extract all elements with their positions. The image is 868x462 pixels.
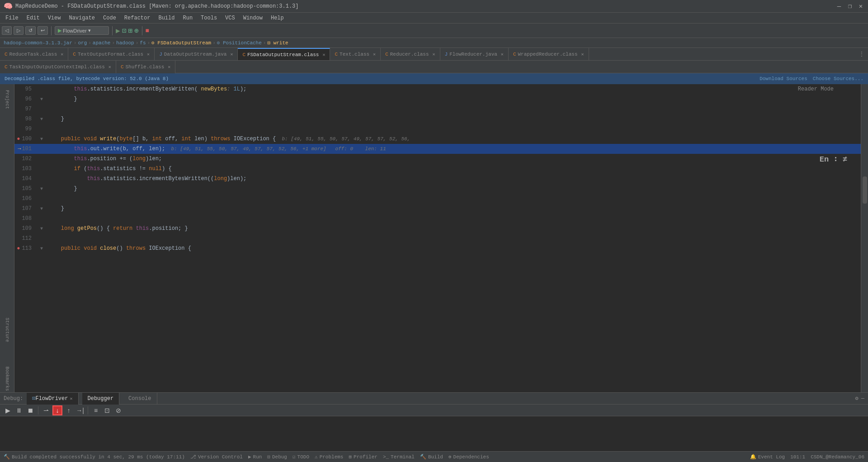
- run-config-dropdown[interactable]: ▶ FlowDriver ▾: [55, 26, 109, 35]
- breadcrumb-org[interactable]: org: [78, 40, 87, 46]
- pause-button[interactable]: ⏸: [14, 405, 24, 415]
- status-dependencies[interactable]: ⊕ Dependencies: [448, 454, 489, 460]
- breadcrumb-class[interactable]: ⊙ FSDataOutputStream: [151, 40, 211, 46]
- line-gutter[interactable]: ▼: [37, 134, 46, 144]
- line-gutter[interactable]: [37, 84, 46, 94]
- status-problems[interactable]: ⚠ Problems: [315, 454, 343, 460]
- coverage-button[interactable]: ⊞: [128, 26, 132, 35]
- menu-vcs[interactable]: VCS: [222, 14, 239, 22]
- line-gutter[interactable]: [37, 144, 46, 154]
- status-terminal[interactable]: >_ Terminal: [383, 454, 415, 460]
- run-button[interactable]: ▶: [116, 26, 120, 35]
- tab-close-text[interactable]: ✕: [373, 52, 376, 57]
- breadcrumb-write[interactable]: ⊡ write: [267, 40, 288, 46]
- menu-help[interactable]: Help: [267, 14, 288, 22]
- menu-refactor[interactable]: Refactor: [121, 14, 154, 22]
- menu-view[interactable]: View: [44, 14, 65, 22]
- line-gutter[interactable]: [37, 194, 46, 204]
- tab-close-taskinputoutput[interactable]: ✕: [108, 64, 111, 70]
- tab-close-shuffle[interactable]: ✕: [168, 64, 170, 70]
- tab-fsdataoutputstream[interactable]: C FSDataOutputStream.class ✕: [238, 48, 330, 61]
- line-gutter[interactable]: ▼: [37, 243, 46, 253]
- step-over-button[interactable]: ⇀: [41, 405, 51, 415]
- profile-button[interactable]: ⊕: [134, 26, 139, 35]
- sidebar-project-icon[interactable]: Project: [1, 86, 14, 113]
- status-build[interactable]: 🔨 Build: [420, 454, 443, 460]
- line-gutter[interactable]: [37, 214, 46, 224]
- tab-close-wrappedreducer[interactable]: ✕: [581, 52, 584, 57]
- menu-run[interactable]: Run: [179, 14, 196, 22]
- minimize-button[interactable]: —: [835, 3, 843, 10]
- tab-close-flowreducer[interactable]: ✕: [501, 52, 504, 57]
- step-out-button[interactable]: ↑: [64, 405, 74, 415]
- sidebar-bookmarks-icon[interactable]: Bookmarks: [1, 365, 14, 392]
- tab-close-dataoutputstream[interactable]: ✕: [230, 52, 233, 57]
- session-tab-flowdriver[interactable]: ⊡ FlowDriver ✕: [27, 393, 78, 405]
- menu-edit[interactable]: Edit: [23, 14, 43, 22]
- scrollbar-thumb[interactable]: [863, 176, 867, 204]
- tab-taskinputoutput[interactable]: C TaskInputOutputContextImpl.class ✕: [0, 61, 116, 73]
- menu-window[interactable]: Window: [240, 14, 266, 22]
- line-gutter[interactable]: ▼: [37, 94, 46, 104]
- status-version-control[interactable]: ⎇ Version Control: [190, 454, 243, 460]
- tab-wrappedreducer[interactable]: C WrappedReducer.class ✕: [509, 48, 589, 61]
- tab-close-reducetask[interactable]: ✕: [61, 52, 63, 57]
- line-gutter[interactable]: ▼: [37, 114, 46, 124]
- tab-reducetask[interactable]: C ReduceTask.class ✕: [0, 48, 68, 61]
- menu-tools[interactable]: Tools: [197, 14, 221, 22]
- breadcrumb-jar[interactable]: hadoop-common-3.1.3.jar: [4, 40, 72, 46]
- status-debug[interactable]: ⊡ Debug: [267, 454, 287, 460]
- mute-breakpoints-button[interactable]: ⊘: [113, 405, 123, 415]
- line-gutter[interactable]: [37, 124, 46, 134]
- tab-close-reducer[interactable]: ✕: [433, 52, 435, 57]
- window-controls[interactable]: — ❐ ✕: [835, 3, 864, 10]
- status-profiler[interactable]: ⊞ Profiler: [349, 454, 377, 460]
- tab-flowreducer[interactable]: J FlowReducer.java ✕: [440, 48, 509, 61]
- menu-file[interactable]: File: [2, 14, 22, 22]
- resume-button[interactable]: ▶: [3, 405, 13, 415]
- tabs-overflow[interactable]: ⋮: [855, 51, 868, 57]
- tab-textoutputformat[interactable]: C TextOutputFormat.class ✕: [68, 48, 155, 61]
- run-to-cursor-button[interactable]: →|: [75, 405, 85, 415]
- download-sources-link[interactable]: Download Sources: [760, 76, 807, 81]
- status-todo[interactable]: ☑ TODO: [292, 454, 309, 460]
- menu-build[interactable]: Build: [155, 14, 178, 22]
- status-event-log[interactable]: 🔔 Event Log: [750, 454, 785, 460]
- stop-button[interactable]: ■: [146, 27, 149, 34]
- sidebar-structure-icon[interactable]: Structure: [1, 316, 14, 343]
- breadcrumb-fs[interactable]: fs: [140, 40, 146, 46]
- menu-navigate[interactable]: Navigate: [65, 14, 99, 22]
- line-gutter[interactable]: ▼: [37, 184, 46, 194]
- tab-text[interactable]: C Text.class ✕: [330, 48, 381, 61]
- status-run[interactable]: ▶ Run: [248, 454, 262, 460]
- undo-button[interactable]: ↩: [38, 26, 48, 35]
- debug-minimize-icon[interactable]: —: [861, 395, 864, 402]
- back-button[interactable]: ◁: [2, 26, 12, 35]
- forward-button[interactable]: ▷: [14, 26, 24, 35]
- console-tab[interactable]: Console: [123, 393, 157, 405]
- tab-close-textoutputformat[interactable]: ✕: [147, 52, 150, 57]
- line-gutter[interactable]: [37, 154, 46, 164]
- breadcrumb-positioncache[interactable]: ⊙ PositionCache: [217, 40, 262, 46]
- code-container[interactable]: Reader Mode En ∶ ≠ 95 this.statistics.in…: [14, 84, 861, 392]
- line-gutter[interactable]: [37, 174, 46, 184]
- stop-debug-button[interactable]: ⏹: [25, 405, 35, 415]
- debug-button[interactable]: ⊡: [122, 26, 127, 35]
- debug-settings-icon[interactable]: ⚙: [855, 395, 859, 402]
- line-gutter[interactable]: ▼: [37, 204, 46, 214]
- view-breakpoints-button[interactable]: ⊡: [102, 405, 112, 415]
- breadcrumb-hadoop[interactable]: hadoop: [116, 40, 134, 46]
- menu-code[interactable]: Code: [99, 14, 120, 22]
- tab-close-fsdataoutputstream[interactable]: ✕: [322, 52, 325, 57]
- tab-reducer[interactable]: C Reducer.class ✕: [381, 48, 440, 61]
- step-into-button[interactable]: ↓: [52, 405, 62, 415]
- tab-dataoutputstream[interactable]: J DataOutputStream.java ✕: [155, 48, 238, 61]
- choose-sources-link[interactable]: Choose Sources...: [813, 76, 863, 81]
- debugger-tab[interactable]: Debugger: [82, 393, 120, 405]
- line-gutter[interactable]: [37, 164, 46, 174]
- evaluate-button[interactable]: ≡: [91, 405, 101, 415]
- line-gutter[interactable]: [37, 233, 46, 243]
- session-close[interactable]: ✕: [70, 396, 72, 401]
- rerun-button[interactable]: ↺: [25, 26, 36, 35]
- breadcrumb-apache[interactable]: apache: [93, 40, 111, 46]
